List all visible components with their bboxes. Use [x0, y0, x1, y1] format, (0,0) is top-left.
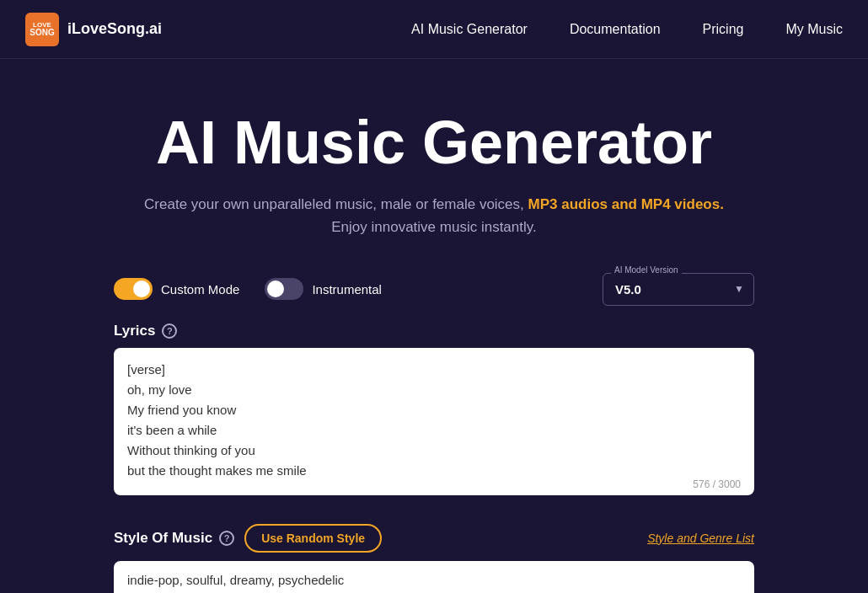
hero-section: AI Music Generator Create your own unpar…: [0, 59, 868, 273]
custom-mode-knob: [133, 280, 150, 297]
lyrics-label: Lyrics: [114, 323, 155, 339]
logo-song: SONG: [29, 29, 54, 37]
random-style-button[interactable]: Use Random Style: [244, 524, 382, 553]
main-content: Custom Mode Instrumental AI Model Versio…: [97, 273, 771, 593]
custom-mode-group: Custom Mode: [114, 278, 239, 300]
style-input[interactable]: indie-pop, soulful, dreamy, psychedelic: [114, 561, 754, 593]
logo-text: iLoveSong.ai: [67, 20, 162, 38]
navigation: LOVE SONG iLoveSong.ai AI Music Generato…: [0, 0, 868, 59]
lyrics-char-count: 576 / 3000: [689, 478, 741, 490]
model-select-wrapper: V5.0 V4.0 V3.0 ▼: [603, 273, 754, 306]
nav-documentation[interactable]: Documentation: [570, 22, 661, 37]
style-label: Style Of Music: [114, 530, 212, 547]
hero-title: AI Music Generator: [17, 110, 851, 176]
hero-subtitle-highlight: MP3 audios and MP4 videos.: [528, 196, 724, 212]
style-section-label: Style Of Music ?: [114, 530, 234, 547]
lyrics-textarea[interactable]: [verse] oh, my love My friend you know i…: [114, 348, 754, 495]
instrumental-knob: [267, 280, 284, 297]
model-select-container: AI Model Version V5.0 V4.0 V3.0 ▼: [603, 273, 754, 306]
model-version-select[interactable]: V5.0 V4.0 V3.0: [603, 273, 754, 306]
lyrics-wrapper: [verse] oh, my love My friend you know i…: [114, 348, 754, 499]
hero-subtitle: Create your own unparalleled music, male…: [17, 193, 851, 238]
custom-mode-toggle[interactable]: [114, 278, 153, 300]
instrumental-label: Instrumental: [312, 282, 382, 296]
nav-pricing[interactable]: Pricing: [703, 22, 744, 37]
custom-mode-label: Custom Mode: [161, 282, 239, 296]
style-row: Style Of Music ? Use Random Style Style …: [114, 524, 754, 553]
hero-subtitle-part2: Enjoy innovative music instantly.: [331, 219, 536, 235]
style-left: Style Of Music ? Use Random Style: [114, 524, 382, 553]
model-version-label: AI Model Version: [611, 265, 682, 275]
instrumental-toggle[interactable]: [265, 278, 303, 300]
nav-links: AI Music Generator Documentation Pricing…: [411, 22, 843, 37]
nav-my-music[interactable]: My Music: [785, 22, 843, 37]
logo[interactable]: LOVE SONG iLoveSong.ai: [25, 13, 162, 46]
instrumental-group: Instrumental: [265, 278, 382, 300]
nav-ai-music-generator[interactable]: AI Music Generator: [411, 22, 528, 37]
lyrics-section-label: Lyrics ?: [114, 323, 754, 339]
hero-subtitle-part1: Create your own unparalleled music, male…: [144, 196, 524, 212]
logo-icon: LOVE SONG: [25, 13, 59, 46]
style-help-icon[interactable]: ?: [219, 531, 234, 546]
genre-list-link[interactable]: Style and Genre List: [647, 532, 754, 545]
controls-row: Custom Mode Instrumental AI Model Versio…: [114, 273, 754, 306]
lyrics-help-icon[interactable]: ?: [162, 323, 177, 339]
style-wrapper: indie-pop, soulful, dreamy, psychedelic …: [114, 561, 754, 593]
